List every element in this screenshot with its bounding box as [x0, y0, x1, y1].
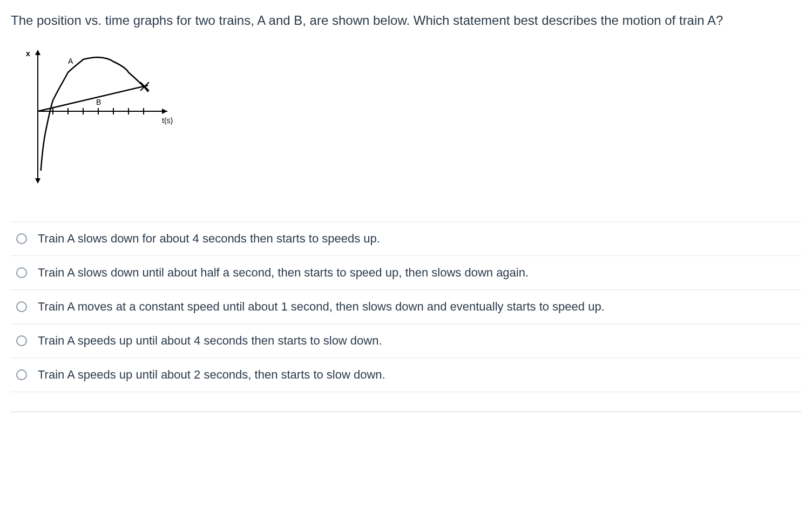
- option-label: Train A slows down for about 4 seconds t…: [38, 232, 380, 246]
- series-b-label: B: [96, 98, 101, 106]
- divider: [11, 412, 801, 412]
- radio-icon[interactable]: [16, 369, 27, 380]
- option-label: Train A slows down until about half a se…: [38, 266, 529, 280]
- question-text: The position vs. time graphs for two tra…: [11, 11, 723, 30]
- radio-icon[interactable]: [16, 335, 27, 346]
- answer-options: Train A slows down for about 4 seconds t…: [11, 221, 801, 392]
- series-a-curve: [41, 57, 148, 171]
- series-a-label: A: [68, 57, 73, 65]
- y-axis-label: x: [26, 49, 30, 58]
- graph-svg: x t(s) A B: [16, 46, 189, 187]
- y-axis-arrow-down: [35, 178, 40, 184]
- option-2[interactable]: Train A slows down until about half a se…: [11, 255, 801, 289]
- option-1[interactable]: Train A slows down for about 4 seconds t…: [11, 221, 801, 255]
- option-4[interactable]: Train A speeds up until about 4 seconds …: [11, 324, 801, 358]
- option-3[interactable]: Train A moves at a constant speed until …: [11, 289, 801, 324]
- x-axis-label: t(s): [162, 116, 173, 125]
- option-label: Train A moves at a constant speed until …: [38, 300, 605, 314]
- y-axis-arrow-up: [35, 50, 40, 55]
- option-label: Train A speeds up until about 4 seconds …: [38, 334, 382, 348]
- x-axis-arrow: [162, 109, 167, 114]
- radio-icon[interactable]: [16, 233, 27, 244]
- radio-icon[interactable]: [16, 301, 27, 312]
- radio-icon[interactable]: [16, 267, 27, 278]
- position-time-graph: x t(s) A B: [16, 46, 801, 189]
- option-5[interactable]: Train A speeds up until about 2 seconds,…: [11, 358, 801, 392]
- option-label: Train A speeds up until about 2 seconds,…: [38, 368, 385, 382]
